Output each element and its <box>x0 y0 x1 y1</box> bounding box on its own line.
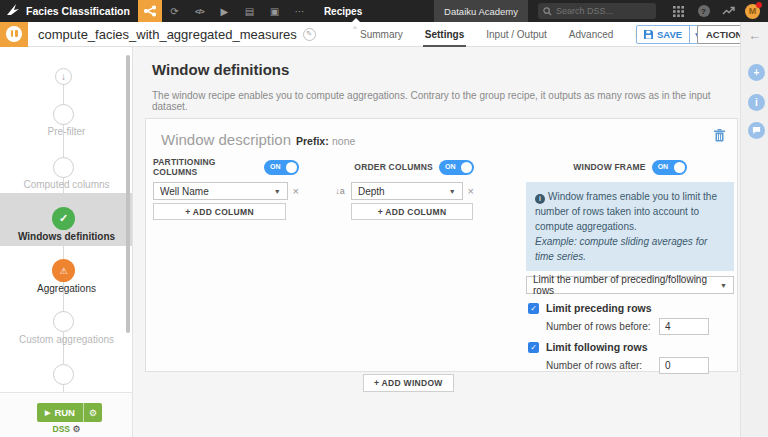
main-content: Window definitions The window recipe ena… <box>134 47 740 437</box>
step-circle-computed-columns[interactable] <box>53 157 74 178</box>
info-rail-button[interactable]: i <box>748 94 765 111</box>
window-frame-toggle[interactable]: ON <box>652 160 687 175</box>
tab-settings[interactable]: Settings <box>425 22 464 47</box>
chevron-down-icon: ▼ <box>449 188 456 195</box>
avatar-initial: M <box>749 6 757 16</box>
page-title: Window definitions <box>152 61 289 78</box>
chevron-down-icon: ▼ <box>720 282 727 289</box>
help-icon[interactable]: ? <box>691 0 716 22</box>
catalog-icon[interactable]: ▤ <box>237 0 262 22</box>
partitioning-column-select[interactable]: Well Name ▼ <box>153 182 288 200</box>
sort-ascending-icon[interactable]: ↓a <box>334 186 346 196</box>
step-circle-windows-definitions[interactable]: ✓ <box>52 207 75 230</box>
recipe-steps-sidebar: ↓ Pre-filter Computed columns ✓ Windows … <box>0 47 133 437</box>
partitioning-columns-section: PARTITIONING COLUMNS ON Well Name ▼ × + … <box>153 159 299 220</box>
order-column-select[interactable]: Depth ▼ <box>351 182 463 200</box>
recipe-header: compute_facies_with_aggregated_measures … <box>0 22 768 47</box>
dataiku-academy-button[interactable]: Dataiku Academy <box>434 0 528 22</box>
save-icon <box>644 30 653 39</box>
step-circle-next[interactable] <box>53 364 74 385</box>
lab-icon[interactable]: ⟳ <box>162 0 187 22</box>
step-label-computed-columns[interactable]: Computed columns <box>0 179 133 190</box>
engine-gears-icon: ⚙ <box>72 424 80 434</box>
window-frame-section: WINDOW FRAME ON iWindow frames enable yo… <box>526 159 734 378</box>
rows-after-label: Number of rows after: <box>546 360 656 371</box>
sidebar-footer: ▶RUN ⚙ DSS ⚙ <box>0 392 133 437</box>
remove-order-column-icon[interactable]: × <box>468 186 474 197</box>
partitioning-toggle[interactable]: ON <box>264 160 299 175</box>
notebook-icon[interactable]: ▣ <box>262 0 287 22</box>
partitioning-columns-label: PARTITIONING COLUMNS <box>153 157 258 177</box>
input-node-icon: ↓ <box>55 68 72 85</box>
search-icon <box>543 7 552 16</box>
tab-summary[interactable]: Summary <box>360 22 403 47</box>
avatar[interactable]: M <box>745 4 760 19</box>
step-circle-aggregations[interactable]: ⚠ <box>52 259 75 282</box>
trend-icon[interactable] <box>716 0 741 22</box>
info-example: Example: compute sliding averages for ti… <box>535 234 725 264</box>
add-order-column-button[interactable]: + ADD COLUMN <box>351 203 473 220</box>
edit-icon[interactable]: ✎ <box>303 28 316 41</box>
run-settings-gear-icon[interactable]: ⚙ <box>83 403 102 422</box>
order-columns-label: ORDER COLUMNS <box>354 162 433 172</box>
frame-mode-select[interactable]: Limit the number of preceding/following … <box>526 276 734 294</box>
info-icon: i <box>535 194 545 204</box>
add-partitioning-column-button[interactable]: + ADD COLUMN <box>153 203 286 220</box>
recipe-title: compute_facies_with_aggregated_measures <box>38 27 297 42</box>
add-rail-button[interactable]: + <box>748 64 765 81</box>
step-label-windows-definitions[interactable]: Windows definitions <box>0 231 133 242</box>
rows-before-input[interactable] <box>659 318 709 335</box>
step-circle-custom-aggregations[interactable] <box>53 311 74 332</box>
engine-indicator[interactable]: DSS ⚙ <box>0 424 133 434</box>
tab-advanced[interactable]: Advanced <box>569 22 613 47</box>
dss-window-recipe-page: Facies Classification ⟳ </> ▶ ▤ ▣ ··· Re… <box>0 0 768 437</box>
order-toggle[interactable]: ON <box>439 160 474 175</box>
more-icon[interactable]: ··· <box>287 0 312 22</box>
nav-section-recipes[interactable]: Recipes <box>324 6 362 17</box>
notification-dot <box>756 2 762 8</box>
rows-after-input[interactable] <box>659 357 709 374</box>
right-rail: ← + i <box>740 22 768 437</box>
project-name[interactable]: Facies Classification <box>26 5 130 17</box>
delete-window-trash-icon[interactable] <box>714 128 725 146</box>
step-label-pre-filter[interactable]: Pre-filter <box>0 126 133 137</box>
info-text: Window frames enable you to limit the nu… <box>535 191 717 232</box>
jobs-icon[interactable]: ▶ <box>212 0 237 22</box>
page-description: The window recipe enables you to compute… <box>152 90 732 112</box>
run-button[interactable]: ▶RUN ⚙ <box>37 403 102 422</box>
window-recipe-icon <box>0 22 28 47</box>
window-frame-label: WINDOW FRAME <box>573 162 645 172</box>
limit-following-label: Limit following rows <box>546 341 648 353</box>
save-button[interactable]: SAVE <box>637 29 689 40</box>
step-label-custom-aggregations[interactable]: Custom aggregations <box>0 334 133 345</box>
tab-input-output[interactable]: Input / Output <box>486 22 547 47</box>
warning-icon: ⚠ <box>59 266 67 276</box>
limit-preceding-checkbox[interactable]: ✓ <box>528 303 539 314</box>
remove-partitioning-column-icon[interactable]: × <box>293 186 299 197</box>
search-input[interactable] <box>556 6 651 16</box>
dataiku-logo-icon[interactable] <box>0 2 26 20</box>
apps-grid-icon[interactable] <box>666 0 691 22</box>
limit-following-checkbox[interactable]: ✓ <box>528 342 539 353</box>
step-circle-pre-filter[interactable] <box>53 104 74 125</box>
add-window-button[interactable]: + ADD WINDOW <box>363 374 454 392</box>
collapse-header-caret[interactable]: ^ <box>353 24 357 33</box>
play-icon: ▶ <box>45 409 50 417</box>
prefix-label: Prefix: <box>296 135 329 147</box>
flow-icon[interactable] <box>138 0 162 22</box>
chat-bubble-icon <box>752 126 761 135</box>
step-label-aggregations[interactable]: Aggregations <box>0 283 133 294</box>
panel-title: Window description <box>161 131 291 148</box>
recipe-tabs: Summary Settings Input / Output Advanced… <box>360 22 666 47</box>
save-split-button: SAVE ▾ <box>636 25 705 44</box>
prefix-value[interactable]: none <box>332 135 355 147</box>
code-icon[interactable]: </> <box>187 0 212 22</box>
window-frame-info-box: iWindow frames enable you to limit the n… <box>526 182 734 271</box>
back-arrow-icon[interactable]: ← <box>748 28 761 43</box>
window-description-panel: Window description Prefix: none PARTITIO… <box>145 118 738 372</box>
chat-rail-button[interactable] <box>748 122 765 139</box>
top-navbar: Facies Classification ⟳ </> ▶ ▤ ▣ ··· Re… <box>0 0 768 22</box>
rows-before-label: Number of rows before: <box>546 321 656 332</box>
chevron-down-icon: ▼ <box>274 188 281 195</box>
search-box[interactable] <box>538 3 656 19</box>
